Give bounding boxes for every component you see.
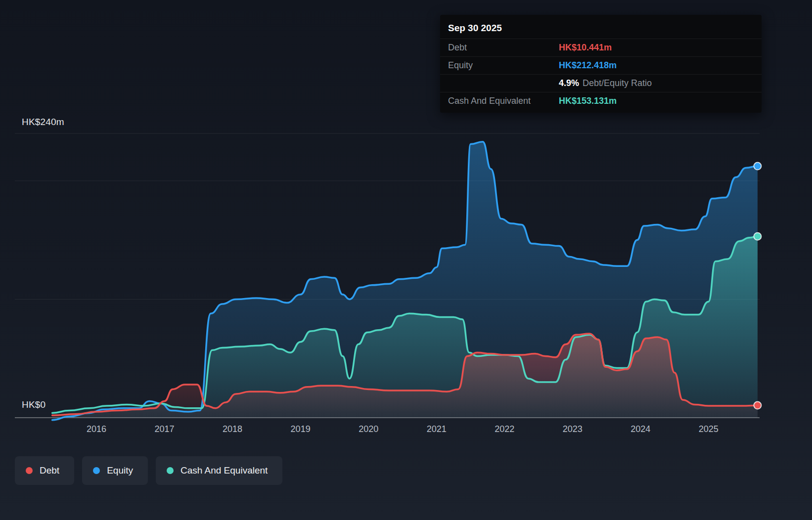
x-axis-label: 2018 bbox=[210, 424, 255, 434]
tooltip-row-equity: Equity HK$212.418m bbox=[440, 56, 762, 74]
equity-series-dot-icon bbox=[93, 467, 100, 474]
y-axis-label-max: HK$240m bbox=[22, 117, 64, 128]
x-axis-label: 2022 bbox=[482, 424, 527, 434]
x-axis-label: 2021 bbox=[414, 424, 459, 434]
x-axis-label: 2019 bbox=[278, 424, 323, 434]
legend-cash-label: Cash And Equivalent bbox=[180, 465, 268, 476]
x-axis-label: 2020 bbox=[346, 424, 391, 434]
legend-item-equity[interactable]: Equity bbox=[82, 456, 148, 485]
tooltip-debt-value: HK$10.441m bbox=[559, 43, 612, 53]
chart-legend: Debt Equity Cash And Equivalent bbox=[15, 456, 282, 485]
x-axis-label: 2017 bbox=[142, 424, 187, 434]
tooltip-equity-value: HK$212.418m bbox=[559, 60, 617, 71]
cash-series-dot-icon bbox=[167, 467, 174, 474]
legend-item-cash[interactable]: Cash And Equivalent bbox=[156, 456, 282, 485]
chart-tooltip: Sep 30 2025 Debt HK$10.441m Equity HK$21… bbox=[440, 15, 762, 113]
tooltip-cash-label: Cash And Equivalent bbox=[448, 96, 559, 106]
tooltip-debt-label: Debt bbox=[448, 43, 559, 53]
tooltip-ratio-value: 4.9% bbox=[559, 78, 579, 88]
x-axis-label: 2025 bbox=[686, 424, 731, 434]
x-axis-label: 2023 bbox=[550, 424, 595, 434]
debt-series-dot-icon bbox=[26, 467, 33, 474]
legend-item-debt[interactable]: Debt bbox=[15, 456, 74, 485]
tooltip-ratio-label: Debt/Equity Ratio bbox=[583, 78, 652, 88]
legend-equity-label: Equity bbox=[107, 465, 133, 476]
tooltip-row-ratio: 4.9%Debt/Equity Ratio bbox=[440, 74, 762, 92]
tooltip-ratio: 4.9%Debt/Equity Ratio bbox=[559, 78, 652, 88]
x-axis-label: 2016 bbox=[74, 424, 119, 434]
debt-equity-history-chart: HK$240m HK$0 201620172018201920202021202… bbox=[0, 0, 812, 520]
tooltip-row-debt: Debt HK$10.441m bbox=[440, 39, 762, 56]
legend-debt-label: Debt bbox=[40, 465, 59, 476]
tooltip-equity-label: Equity bbox=[448, 60, 559, 71]
x-axis-label: 2024 bbox=[618, 424, 663, 434]
tooltip-cash-value: HK$153.131m bbox=[559, 96, 617, 106]
tooltip-date: Sep 30 2025 bbox=[440, 17, 762, 39]
tooltip-row-cash: Cash And Equivalent HK$153.131m bbox=[440, 92, 762, 110]
y-axis-label-zero: HK$0 bbox=[22, 399, 45, 410]
